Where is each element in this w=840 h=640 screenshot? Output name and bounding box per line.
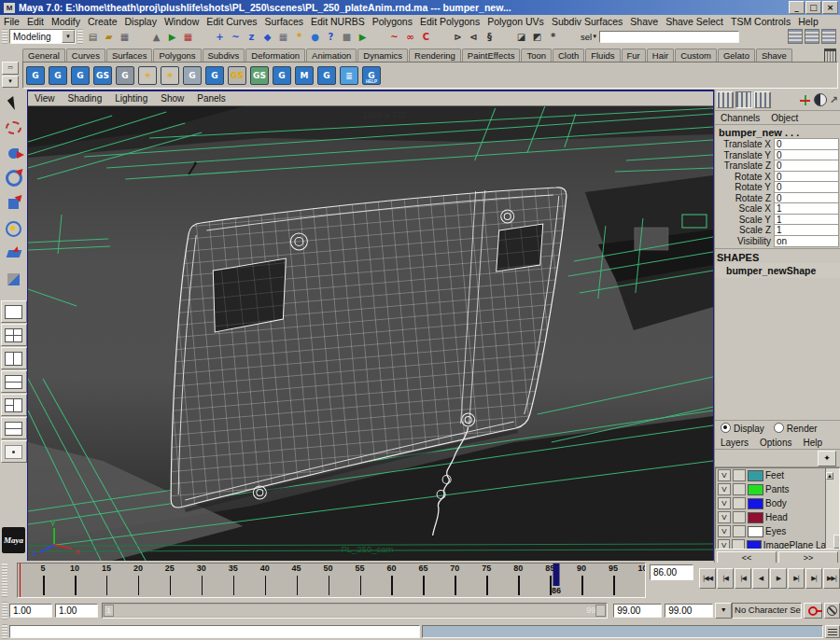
layer-display-type-box[interactable] <box>732 539 744 550</box>
four-pane-layout[interactable] <box>1 324 27 346</box>
step-forward-key-button[interactable]: ▶| <box>788 568 805 589</box>
shelf-tab[interactable]: Polygons <box>153 49 201 62</box>
current-time-field[interactable] <box>650 564 693 580</box>
shelf-item[interactable]: G <box>182 65 203 86</box>
toggle-tool-settings-icon[interactable] <box>805 29 819 44</box>
menu-item[interactable]: Window <box>161 16 203 27</box>
shelf-tab[interactable]: Fur <box>622 49 646 62</box>
shape-node-name[interactable]: bumper_newShape <box>715 263 840 278</box>
snap-to-view-planes-icon[interactable]: ◆ <box>259 30 275 44</box>
shelf-tab[interactable]: PaintEffects <box>462 49 521 62</box>
magnet-icon[interactable]: C <box>418 30 434 44</box>
channel-label[interactable]: Translate Y <box>715 150 774 160</box>
shelf-tab[interactable]: Cloth <box>553 49 584 62</box>
light-icon[interactable]: * <box>291 30 307 44</box>
scroll-down-icon[interactable]: ▼ <box>833 535 840 549</box>
snap-to-grids-icon[interactable]: + <box>212 30 228 44</box>
pane-curve-layout[interactable] <box>1 417 27 439</box>
layer-row[interactable]: V Feet <box>716 468 839 482</box>
menu-item[interactable]: Polygons <box>369 16 416 27</box>
layer-display-type-box[interactable] <box>733 483 746 495</box>
layer-display-type-box[interactable] <box>733 497 746 509</box>
manipulator-axis-icon[interactable] <box>799 94 811 106</box>
layer-display-type-box[interactable] <box>733 525 746 537</box>
manipulator-arrow-icon[interactable]: ↗ <box>830 95 838 105</box>
curve-snap-icon[interactable]: ~ <box>386 30 402 44</box>
shelf-tab[interactable]: Hair <box>647 49 674 62</box>
command-line-grip[interactable] <box>2 624 7 639</box>
shelf-tab-switch-icon[interactable]: ▭ <box>2 62 19 75</box>
split-top-layout[interactable] <box>1 370 27 393</box>
step-forward-frame-button[interactable]: ▶| <box>805 568 822 589</box>
render-view-icon[interactable]: ◪ <box>513 30 529 44</box>
shelf-item[interactable]: G <box>70 65 91 86</box>
channel-box-menu-item[interactable]: Channels <box>715 113 765 123</box>
make-live-icon[interactable]: ▦ <box>275 30 291 44</box>
render-globals-icon[interactable]: * <box>545 30 561 44</box>
channel-layout-icon[interactable] <box>754 91 771 108</box>
rotate-tool[interactable] <box>2 166 26 190</box>
scale-tool[interactable] <box>2 191 26 216</box>
close-button[interactable]: × <box>822 1 838 14</box>
lock-icon[interactable]: ■ <box>339 30 355 44</box>
layer-row[interactable]: V Head <box>716 510 839 524</box>
layer-display-type-box[interactable] <box>733 511 746 523</box>
layer-visibility-toggle[interactable]: V <box>718 525 731 537</box>
animation-preferences-button[interactable] <box>824 603 840 619</box>
last-tool[interactable] <box>2 267 26 291</box>
range-slider-grip[interactable] <box>2 602 7 619</box>
shelf-tab[interactable]: Fluids <box>585 49 620 62</box>
layer-color-swatch[interactable] <box>748 498 763 509</box>
shelf-item[interactable]: GS <box>92 65 113 86</box>
step-back-key-button[interactable]: |◀ <box>735 568 751 589</box>
channel-label[interactable]: Rotate X <box>715 172 774 182</box>
layer-editor-menu-item[interactable]: Help <box>797 438 828 448</box>
range-end-handle[interactable] <box>595 605 606 617</box>
layer-row[interactable]: V ImagePlane Layer <box>716 538 839 550</box>
layer-color-swatch[interactable] <box>748 470 763 481</box>
layer-row[interactable]: V Eyes <box>716 524 839 538</box>
create-new-layer-button[interactable]: ✦ <box>818 451 836 466</box>
shelf-tab[interactable]: Surfaces <box>106 49 153 62</box>
panel-menu-item[interactable]: Show <box>154 93 190 104</box>
character-set-menu-icon[interactable]: ▼ <box>715 603 732 619</box>
shelf-tab[interactable]: Gelato <box>718 49 755 62</box>
shelf-tab[interactable]: Curves <box>66 49 105 62</box>
channel-layout-icon[interactable] <box>735 91 752 108</box>
shelf-item[interactable]: GS <box>227 65 247 86</box>
menu-item[interactable]: Help <box>794 16 822 27</box>
channel-box-menu-item[interactable]: Object <box>765 113 804 123</box>
script-editor-button[interactable] <box>825 625 840 638</box>
character-set-label[interactable]: No Character Set <box>732 603 802 619</box>
new-scene-icon[interactable]: ▤ <box>85 30 101 44</box>
quick-select-input[interactable] <box>599 31 739 43</box>
shelf-tab[interactable]: General <box>22 49 65 62</box>
menu-item[interactable]: Edit <box>23 16 48 27</box>
go-to-playback-start-button[interactable]: |◀◀ <box>699 568 716 589</box>
current-frame-marker[interactable]: 86 <box>553 563 559 586</box>
step-back-frame-button[interactable]: |◀ <box>717 568 734 589</box>
menu-item[interactable]: Modify <box>48 16 84 27</box>
shelf-tab[interactable]: Shave <box>756 49 792 62</box>
shelf-item[interactable]: ☀ <box>160 65 180 86</box>
menu-item[interactable]: Shave Select <box>662 16 727 27</box>
layer-display-type-box[interactable] <box>733 469 746 481</box>
snap-to-curves-icon[interactable]: ~ <box>228 30 244 44</box>
go-to-playback-end-button[interactable]: ▶▶| <box>823 568 840 589</box>
shelf-item[interactable]: ≣ <box>339 65 359 86</box>
snap-to-points-icon[interactable]: z <box>244 30 259 44</box>
status-line-grip[interactable] <box>2 29 7 44</box>
custom-layout[interactable] <box>1 440 27 463</box>
menu-item[interactable]: Surfaces <box>261 16 307 27</box>
layer-visibility-toggle[interactable]: V <box>718 469 731 481</box>
shelf-tab[interactable]: Rendering <box>409 49 461 62</box>
range-start-handle[interactable]: 1 <box>104 605 114 617</box>
shelf-tab[interactable]: Toon <box>521 49 552 62</box>
shelf-item[interactable]: M <box>294 65 315 86</box>
channel-label[interactable]: Scale Y <box>715 215 774 225</box>
menu-item[interactable]: Edit Curves <box>203 16 260 27</box>
playback-start-field[interactable] <box>55 604 98 618</box>
animation-start-field[interactable] <box>9 604 52 618</box>
shelf-item[interactable]: G <box>204 65 225 86</box>
save-scene-icon[interactable]: ▦ <box>117 30 133 44</box>
